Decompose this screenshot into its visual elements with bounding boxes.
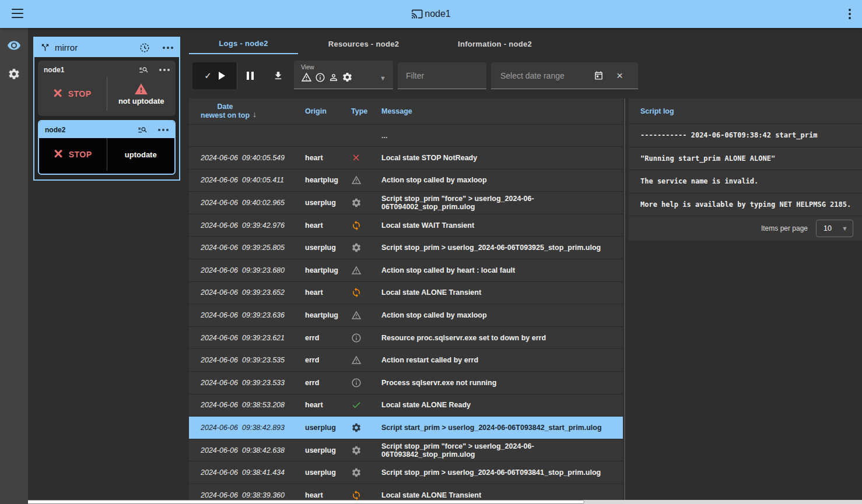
mirror-more-icon[interactable] — [163, 47, 173, 49]
view-filter-select[interactable]: View ▼ — [294, 61, 393, 89]
node-log-search-icon[interactable] — [139, 65, 149, 75]
log-row[interactable]: 2024-06-0609:39:42.976heartLocal state W… — [189, 214, 623, 237]
script-log-line: ----------- 2024-06-06T09:38:42 start_pr… — [629, 124, 862, 147]
calendar-icon[interactable] — [594, 71, 604, 80]
gear-icon — [351, 467, 381, 478]
info-filter-icon[interactable] — [315, 72, 325, 83]
log-date: 2024-06-06 — [201, 401, 242, 409]
log-row[interactable]: 2024-06-0609:39:23.636heartplugAction st… — [189, 304, 623, 327]
page-title: node1 — [425, 9, 451, 19]
check-icon — [351, 400, 381, 410]
visibility-icon[interactable] — [0, 38, 28, 52]
node1-card[interactable]: node1 × STOP not uptodate — [38, 61, 176, 116]
script-log-title: Script log — [629, 98, 862, 124]
message-column-label: Message — [381, 107, 623, 115]
node2-card[interactable]: node2 × STOP uptodate — [38, 120, 176, 175]
log-message: Local state ALONE Transient — [381, 491, 623, 499]
log-date: 2024-06-06 — [201, 468, 242, 477]
log-message: Script stop_prim > userlog_2024-06-06T09… — [381, 468, 623, 477]
pause-toggle-button[interactable] — [237, 62, 262, 89]
log-date: 2024-06-06 — [201, 491, 242, 499]
log-time: 09:40:02.965 — [242, 199, 305, 207]
log-row[interactable]: 2024-06-0609:38:42.638userplugScript sto… — [189, 439, 623, 462]
paginator: Items per page 10 ▼ — [629, 216, 862, 241]
node-state: × STOP — [38, 77, 107, 111]
download-logs-button[interactable] — [267, 62, 289, 89]
log-origin: errd — [305, 379, 351, 387]
node-more-icon[interactable] — [158, 129, 169, 131]
log-row[interactable]: 2024-06-0609:39:23.533errdProcess sqlser… — [189, 372, 623, 394]
log-message: Script stop_prim "force" > userlog_2024-… — [381, 442, 623, 459]
horizontal-scrollbar-thumb[interactable] — [21, 500, 584, 504]
log-message: Script start_prim > userlog_2024-06-06T0… — [381, 424, 623, 432]
refresh-timer-icon[interactable] — [139, 43, 150, 53]
log-origin: userplug — [305, 424, 351, 432]
log-row[interactable]: 2024-06-0609:40:05.411heartplugAction st… — [189, 170, 623, 192]
node-sync-label: uptodate — [125, 150, 157, 159]
sort-desc-icon: ↓ — [253, 110, 257, 119]
top-app-bar: node1 — [0, 0, 862, 28]
tab-resources[interactable]: Resources - node2 — [298, 33, 429, 54]
log-date: 2024-06-06 — [201, 176, 242, 184]
log-date: 2024-06-06 — [201, 199, 242, 207]
log-time: 09:38:41.434 — [242, 468, 305, 477]
log-date: 2024-06-06 — [201, 446, 242, 454]
chevron-down-icon: ▼ — [842, 225, 853, 232]
log-time: 09:40:05.411 — [242, 176, 305, 184]
script-log-panel: Script log ----------- 2024-06-06T09:38:… — [629, 98, 862, 241]
log-row[interactable]: 2024-06-0609:40:05.549heartLocal state S… — [189, 147, 623, 170]
node-state: × STOP — [39, 138, 107, 171]
log-row[interactable]: 2024-06-0609:39:25.805userplugScript sto… — [189, 237, 623, 259]
log-time: 09:38:42.638 — [242, 446, 305, 454]
download-icon — [273, 71, 283, 81]
log-origin: errd — [305, 356, 351, 364]
mirror-module-panel: mirror node1 × STOP — [33, 37, 180, 181]
more-options-icon[interactable] — [843, 8, 856, 20]
tab-logs[interactable]: Logs - node2 — [189, 33, 298, 54]
log-message: Action stop called by maxloop — [381, 311, 623, 319]
gear-icon — [351, 242, 381, 253]
settings-icon[interactable] — [0, 68, 28, 80]
warning-icon — [351, 175, 381, 185]
log-table-body: 2024-06-0609:40:05.549heartLocal state S… — [189, 147, 623, 500]
node-log-search-icon[interactable] — [138, 125, 148, 135]
app-title-group: node1 — [411, 0, 451, 28]
log-row[interactable]: 2024-06-0609:40:02.965userplugScript sto… — [189, 192, 623, 214]
warning-icon — [351, 265, 381, 276]
horizontal-scrollbar-track[interactable] — [21, 500, 862, 504]
log-origin: heart — [305, 401, 351, 409]
log-time: 09:39:23.533 — [242, 379, 305, 387]
log-row[interactable]: 2024-06-0609:39:23.621errdResource proc.… — [189, 327, 623, 350]
items-per-page-select[interactable]: 10 ▼ — [816, 220, 853, 237]
log-row[interactable]: 2024-06-0609:39:23.535errdAction restart… — [189, 349, 623, 372]
log-row[interactable]: 2024-06-0609:38:39.360heartLocal state A… — [189, 484, 623, 500]
log-row[interactable]: 2024-06-0609:38:41.434userplugScript sto… — [189, 461, 623, 484]
gear-icon — [351, 445, 381, 456]
date-column-sort[interactable]: Date newest on top ↓ — [201, 103, 305, 120]
log-row[interactable]: 2024-06-0609:39:23.652heartLocal state A… — [189, 282, 623, 305]
script-log-lines: ----------- 2024-06-06T09:38:42 start_pr… — [629, 124, 862, 216]
log-row-ellipsis[interactable]: ... — [189, 125, 623, 147]
menu-icon[interactable] — [12, 9, 23, 18]
warning-filter-icon[interactable] — [301, 72, 312, 83]
tab-information[interactable]: Information - node2 — [429, 33, 560, 54]
play-toggle-button[interactable]: ✓ — [192, 62, 237, 89]
filter-input[interactable] — [398, 62, 486, 89]
log-message: Local state WAIT Transient — [381, 221, 623, 230]
table-scrollbar-track[interactable] — [624, 98, 625, 500]
log-origin: heartplug — [305, 176, 351, 184]
node-more-icon[interactable] — [159, 69, 170, 71]
log-row[interactable]: 2024-06-0609:39:23.680heartplugAction st… — [189, 259, 623, 282]
play-icon — [219, 72, 225, 80]
script-filter-icon[interactable] — [342, 72, 353, 83]
user-filter-icon[interactable] — [328, 72, 339, 83]
log-message: Local state ALONE Transient — [381, 288, 623, 297]
log-time: 09:40:05.549 — [242, 154, 305, 162]
date-range-input[interactable] — [491, 62, 590, 89]
log-row[interactable]: 2024-06-0609:38:53.208heartLocal state A… — [189, 394, 623, 417]
clear-date-icon[interactable]: × — [616, 70, 623, 81]
log-row[interactable]: 2024-06-0609:38:42.893userplugScript sta… — [189, 417, 623, 439]
node-state-label: STOP — [69, 150, 92, 159]
node-sync-status: uptodate — [107, 138, 175, 171]
warning-triangle-icon — [134, 82, 149, 96]
